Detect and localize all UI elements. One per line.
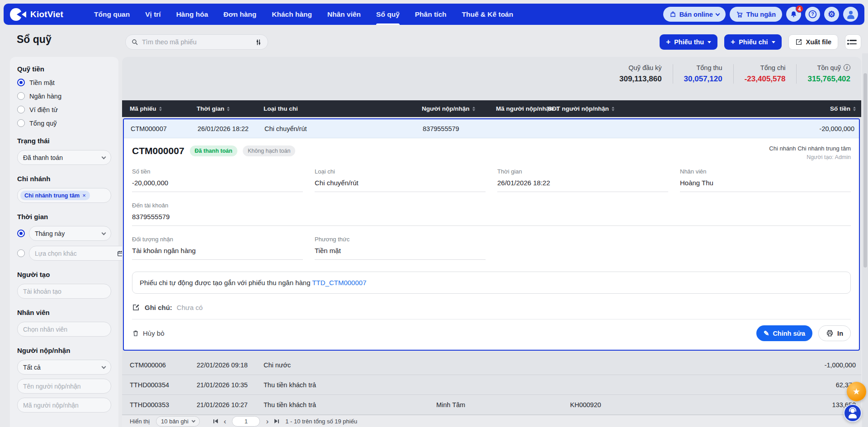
payer-filter-label: Người nộp/nhận — [17, 347, 111, 354]
payer-type-select[interactable]: Tất cả — [17, 360, 111, 375]
status-select[interactable]: Đã thanh toán — [17, 150, 111, 165]
linked-voucher-link[interactable]: TTD_CTM000007 — [312, 279, 366, 286]
nav-item-hang-hoa[interactable]: Hàng hóa — [176, 4, 208, 25]
scrollbar-thumb[interactable] — [863, 73, 867, 267]
time-custom-radio[interactable] — [17, 249, 25, 257]
sort-icon — [853, 107, 856, 111]
remove-branch-icon[interactable]: × — [82, 192, 86, 199]
printer-icon — [826, 329, 834, 337]
nav-item-vi-tri[interactable]: Vị trí — [145, 4, 160, 25]
table-row[interactable]: CTM000006 22/01/2026 09:18 Chi nước -1,0… — [122, 355, 861, 375]
fund-option-tien-mat[interactable]: Tiền mặt — [17, 79, 111, 86]
memo-value[interactable]: Chưa có — [177, 304, 203, 311]
payer-type-value: Tất cả — [23, 364, 41, 371]
notification-badge: 4 — [796, 5, 803, 13]
detail-meta: Chi nhánh Chi nhánh trung tâm Người tạo:… — [769, 145, 851, 160]
next-page-button[interactable]: › — [266, 418, 269, 425]
table-row[interactable]: TTHD000353 21/01/2026 10:27 Thu tiền khá… — [122, 395, 861, 415]
fund-option-ngan-hang[interactable]: Ngân hàng — [17, 92, 111, 100]
notifications-button[interactable]: 4 — [786, 7, 801, 22]
time-preset-select[interactable]: Tháng này — [29, 226, 111, 241]
time-preset-radio[interactable] — [17, 230, 25, 237]
field-thoi-gian[interactable]: Thời gian 26/01/2026 18:22 — [497, 168, 668, 192]
col-header-thoi-gian[interactable]: Thời gian — [197, 105, 264, 112]
current-page-input[interactable]: 1 — [232, 416, 260, 427]
ban-online-label: Bán online — [679, 11, 713, 18]
time-custom-input-wrap — [29, 246, 130, 261]
field-loai-chi[interactable]: Loại chi Chi chuyển/rút — [315, 168, 486, 192]
col-header-loai-thu-chi[interactable]: Loại thu chi — [264, 105, 422, 112]
create-payment-button[interactable]: + Phiếu chi — [724, 34, 781, 50]
export-file-label: Xuất file — [806, 38, 831, 46]
branch-select[interactable]: Chi nhánh trung tâm × — [17, 188, 111, 203]
settings-button[interactable]: ⚙ — [824, 7, 839, 22]
radio-icon — [17, 106, 25, 113]
thu-ngan-button[interactable]: Thu ngân — [730, 7, 782, 22]
accounting-badge: Không hạch toán — [243, 145, 296, 156]
creator-input[interactable] — [23, 288, 105, 295]
edit-button[interactable]: ✎ Chỉnh sửa — [756, 325, 812, 341]
plus-icon: + — [731, 38, 735, 46]
edit-label: Chỉnh sửa — [773, 330, 805, 337]
fund-filter-section: Quỹ tiền Tiền mặt Ngân hàng Ví điện tử T… — [17, 65, 111, 127]
nav-item-tong-quan[interactable]: Tổng quan — [94, 4, 130, 25]
col-header-so-tien[interactable]: Số tiền — [752, 105, 856, 112]
nav-item-don-hang[interactable]: Đơn hàng — [223, 4, 256, 25]
nav-item-phan-tich[interactable]: Phân tích — [415, 4, 447, 25]
staff-input[interactable] — [23, 326, 105, 333]
scrollbar-track[interactable] — [862, 53, 868, 427]
filter-sliders-icon[interactable] — [255, 38, 262, 46]
field-den-tai-khoan[interactable]: Đến tài khoản 8379555579 — [132, 202, 851, 226]
field-doi-tuong-nhan[interactable]: Đối tượng nhận Tài khoản ngân hàng — [132, 236, 303, 260]
prev-page-button[interactable]: ‹ — [224, 418, 226, 425]
bell-icon — [790, 10, 797, 18]
kiotviet-logo[interactable]: KiotViet — [10, 8, 82, 21]
detail-code: CTM000007 — [132, 145, 184, 156]
support-chat-button[interactable] — [844, 404, 862, 422]
payer-code-input-wrap — [17, 398, 111, 413]
nav-item-nhan-vien[interactable]: Nhân viên — [327, 4, 361, 25]
col-header-ma-phieu[interactable]: Mã phiếu — [130, 105, 197, 112]
ban-online-button[interactable]: Bán online — [663, 7, 726, 22]
account-button[interactable] — [843, 7, 858, 22]
cancel-voucher-button[interactable]: Hủy bỏ — [132, 329, 165, 337]
edit-note-icon[interactable] — [132, 303, 140, 311]
help-button[interactable]: ? — [805, 7, 820, 22]
thu-ngan-label: Thu ngân — [746, 11, 776, 18]
search-input[interactable] — [142, 38, 251, 46]
last-page-button[interactable] — [274, 419, 279, 423]
page-size-value: 10 bản ghi — [161, 418, 189, 425]
pagination-bar: Hiển thị 10 bản ghi ‹ 1 › 1 - 10 trên tổ… — [122, 415, 861, 427]
memo-row: Ghi chú: Chưa có — [132, 303, 851, 311]
print-button[interactable]: In — [818, 325, 851, 341]
filter-sidebar: Quỹ tiền Tiền mặt Ngân hàng Ví điện tử T… — [10, 57, 118, 427]
col-header-sdt-nguoi-nop-nhan[interactable]: SĐT người nộp/nhận — [548, 105, 752, 112]
col-header-ma-nguoi-nop-nhan[interactable]: Mã người nộp/nhận — [496, 105, 548, 112]
export-file-button[interactable]: Xuất file — [788, 34, 838, 50]
rating-star-button[interactable]: ★ — [847, 382, 866, 401]
radio-icon — [17, 119, 25, 127]
export-icon — [795, 38, 802, 46]
time-custom-input[interactable] — [35, 250, 117, 257]
table-row[interactable]: TTHD000354 21/01/2026 10:35 Thu tiền khá… — [122, 375, 861, 395]
field-phuong-thuc[interactable]: Phương thức Tiền mặt — [315, 236, 486, 260]
col-header-nguoi-nop-nhan[interactable]: Người nộp/nhận — [422, 105, 496, 112]
chevron-down-icon — [192, 418, 195, 422]
nav-item-khach-hang[interactable]: Khách hàng — [272, 4, 312, 25]
first-page-button[interactable] — [213, 419, 218, 423]
info-icon[interactable]: i — [844, 64, 850, 71]
page-size-select[interactable]: 10 bản ghi — [156, 416, 200, 427]
stat-balance: Tồn quỹi 315,765,402 — [796, 64, 861, 84]
payer-name-input[interactable] — [23, 383, 105, 390]
field-nhan-vien[interactable]: Nhân viên Hoàng Thu — [680, 168, 851, 192]
payer-code-input[interactable] — [23, 402, 105, 409]
column-settings-button[interactable] — [845, 34, 861, 50]
chevron-down-icon — [772, 41, 775, 43]
create-receipt-button[interactable]: + Phiếu thu — [660, 34, 717, 50]
nav-item-thue-ke-toan[interactable]: Thuế & Kế toán — [462, 4, 514, 25]
pencil-icon: ✎ — [764, 329, 769, 338]
table-row[interactable]: CTM000007 26/01/2026 18:22 Chi chuyển/rú… — [124, 119, 859, 138]
fund-option-tong-quy[interactable]: Tổng quỹ — [17, 119, 111, 127]
nav-item-so-quy[interactable]: Sổ quỹ — [376, 4, 400, 25]
fund-option-vi-dien-tu[interactable]: Ví điện tử — [17, 106, 111, 113]
